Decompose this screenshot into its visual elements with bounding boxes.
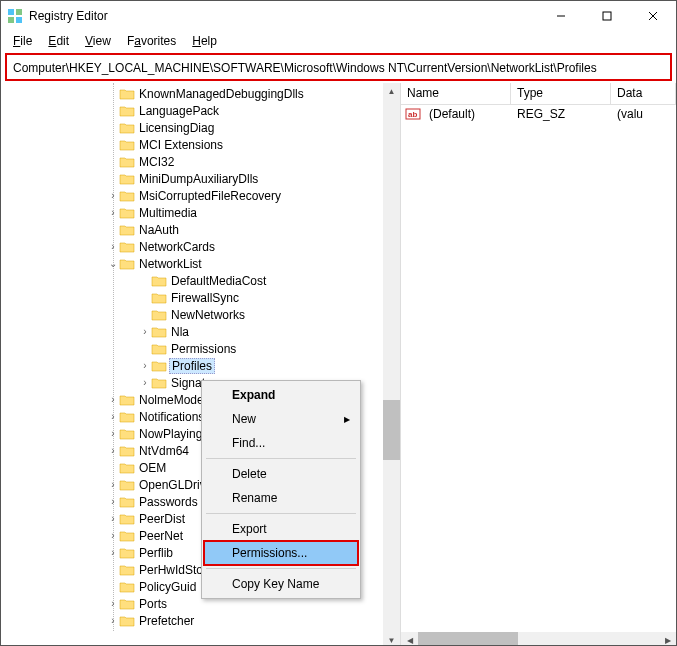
tree-item-minidumpauxiliarydlls[interactable]: MiniDumpAuxiliaryDlls <box>1 170 400 187</box>
menu-file[interactable]: File <box>5 32 40 50</box>
svg-rect-2 <box>8 17 14 23</box>
folder-icon <box>119 580 135 594</box>
chevron-right-icon[interactable]: › <box>139 360 151 371</box>
chevron-right-icon[interactable]: › <box>107 530 119 541</box>
list-hscrollbar[interactable]: ◀ ▶ <box>401 632 676 646</box>
tree-label: NowPlaying <box>137 427 204 441</box>
ctx-copy-key-name[interactable]: Copy Key Name <box>204 572 358 596</box>
menubar: File Edit View Favorites Help <box>1 31 676 51</box>
chevron-down-icon[interactable]: ⌄ <box>107 258 119 269</box>
tree-item-naauth[interactable]: NaAuth <box>1 221 400 238</box>
ctx-delete[interactable]: Delete <box>204 462 358 486</box>
folder-icon <box>119 206 135 220</box>
chevron-right-icon[interactable]: › <box>107 445 119 456</box>
ctx-rename[interactable]: Rename <box>204 486 358 510</box>
tree-label: MsiCorruptedFileRecovery <box>137 189 283 203</box>
chevron-right-icon[interactable]: › <box>139 377 151 388</box>
chevron-right-icon[interactable]: › <box>107 411 119 422</box>
list-row[interactable]: ab (Default) REG_SZ (valu <box>401 105 676 123</box>
tree-item-mci32[interactable]: MCI32 <box>1 153 400 170</box>
folder-icon <box>119 410 135 424</box>
tree-item-networklist[interactable]: ⌄NetworkList <box>1 255 400 272</box>
menu-edit[interactable]: Edit <box>40 32 77 50</box>
menu-help[interactable]: Help <box>184 32 225 50</box>
chevron-right-icon[interactable]: › <box>107 496 119 507</box>
scroll-right-icon[interactable]: ▶ <box>659 632 676 646</box>
folder-icon <box>119 495 135 509</box>
tree-item-nla[interactable]: ›Nla <box>1 323 400 340</box>
ctx-export[interactable]: Export <box>204 517 358 541</box>
tree-label: FirewallSync <box>169 291 241 305</box>
ctx-find[interactable]: Find... <box>204 431 358 455</box>
minimize-button[interactable] <box>538 1 584 31</box>
chevron-right-icon[interactable]: › <box>107 615 119 626</box>
chevron-right-icon[interactable]: › <box>107 513 119 524</box>
folder-icon <box>151 308 167 322</box>
scroll-down-icon[interactable]: ▼ <box>383 632 400 646</box>
tree-item-languagepack[interactable]: LanguagePack <box>1 102 400 119</box>
tree-item-newnetworks[interactable]: NewNetworks <box>1 306 400 323</box>
tree-label: Ports <box>137 597 169 611</box>
values-pane[interactable]: Name Type Data ab (Default) REG_SZ (valu… <box>401 83 676 646</box>
ctx-new[interactable]: New <box>204 407 358 431</box>
tree-item-permissions[interactable]: Permissions <box>1 340 400 357</box>
tree-item-licensingdiag[interactable]: LicensingDiag <box>1 119 400 136</box>
scroll-thumb[interactable] <box>383 400 400 460</box>
tree-label: PeerNet <box>137 529 185 543</box>
chevron-right-icon[interactable]: › <box>107 598 119 609</box>
menu-favorites[interactable]: Favorites <box>119 32 184 50</box>
col-type[interactable]: Type <box>511 83 611 104</box>
folder-icon <box>119 189 135 203</box>
tree-label: Permissions <box>169 342 238 356</box>
folder-icon <box>119 172 135 186</box>
col-data[interactable]: Data <box>611 83 676 104</box>
tree-label: NtVdm64 <box>137 444 191 458</box>
address-bar[interactable] <box>11 60 666 76</box>
folder-icon <box>119 614 135 628</box>
tree-label: NetworkList <box>137 257 204 271</box>
close-button[interactable] <box>630 1 676 31</box>
tree-item-multimedia[interactable]: ›Multimedia <box>1 204 400 221</box>
scroll-up-icon[interactable]: ▲ <box>383 83 400 100</box>
tree-item-mci-extensions[interactable]: MCI Extensions <box>1 136 400 153</box>
maximize-button[interactable] <box>584 1 630 31</box>
tree-item-profiles[interactable]: ›Profiles <box>1 357 400 374</box>
folder-icon <box>119 597 135 611</box>
tree-item-defaultmediacost[interactable]: DefaultMediaCost <box>1 272 400 289</box>
tree-label: Notifications <box>137 410 206 424</box>
tree-label: PolicyGuid <box>137 580 198 594</box>
chevron-right-icon[interactable]: › <box>107 547 119 558</box>
hscroll-thumb[interactable] <box>418 632 518 646</box>
value-name: (Default) <box>423 107 511 121</box>
folder-icon <box>151 342 167 356</box>
tree-label: Passwords <box>137 495 200 509</box>
tree-label: LicensingDiag <box>137 121 216 135</box>
tree-label: NewNetworks <box>169 308 247 322</box>
chevron-right-icon[interactable]: › <box>107 241 119 252</box>
titlebar[interactable]: Registry Editor <box>1 1 676 31</box>
col-name[interactable]: Name <box>401 83 511 104</box>
chevron-right-icon[interactable]: › <box>107 207 119 218</box>
tree-item-prefetcher[interactable]: ›Prefetcher <box>1 612 400 629</box>
folder-icon <box>119 393 135 407</box>
tree-label: OEM <box>137 461 168 475</box>
app-icon <box>7 8 23 24</box>
tree-item-knownmanageddebuggingdlls[interactable]: KnownManagedDebuggingDlls <box>1 85 400 102</box>
chevron-right-icon[interactable]: › <box>139 326 151 337</box>
tree-scrollbar[interactable]: ▲ ▼ <box>383 83 400 646</box>
tree-label: Nla <box>169 325 191 339</box>
scroll-left-icon[interactable]: ◀ <box>401 632 418 646</box>
menu-view[interactable]: View <box>77 32 119 50</box>
tree-item-networkcards[interactable]: ›NetworkCards <box>1 238 400 255</box>
context-menu: Expand New Find... Delete Rename Export … <box>201 380 361 599</box>
chevron-right-icon[interactable]: › <box>107 479 119 490</box>
ctx-permissions[interactable]: Permissions... <box>204 541 358 565</box>
chevron-right-icon[interactable]: › <box>107 190 119 201</box>
tree-item-firewallsync[interactable]: FirewallSync <box>1 289 400 306</box>
chevron-right-icon[interactable]: › <box>107 394 119 405</box>
chevron-right-icon[interactable]: › <box>107 428 119 439</box>
ctx-expand[interactable]: Expand <box>204 383 358 407</box>
svg-text:ab: ab <box>408 110 417 119</box>
tree-label: Profiles <box>169 358 215 374</box>
tree-item-msicorruptedfilerecovery[interactable]: ›MsiCorruptedFileRecovery <box>1 187 400 204</box>
